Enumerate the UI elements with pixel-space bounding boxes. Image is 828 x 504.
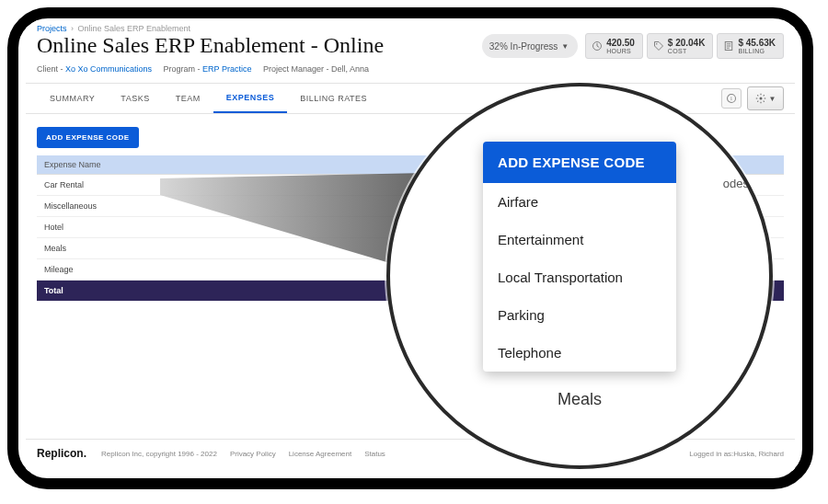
info-icon-button[interactable]: i [721, 88, 742, 109]
project-meta: Client - Xo Xo Communications Program - … [26, 59, 795, 84]
clock-icon [592, 40, 603, 52]
tab-summary[interactable]: SUMMARY [37, 85, 108, 112]
stat-cost-label: COST [668, 48, 707, 54]
expense-cell: Meals [37, 238, 261, 259]
footer-status-link[interactable]: Status [364, 450, 385, 458]
brand-logo: Replicon. [37, 447, 86, 460]
total-label: Total [37, 281, 261, 302]
footer-logged-in-user[interactable]: Huska, Richard [733, 450, 784, 458]
stat-hours-value: 420.50 [606, 38, 635, 48]
stat-cost-value: $ 20.04K [668, 38, 706, 48]
expense-code-dropdown: ADD EXPENSE CODE Airfare Entertainment L… [483, 142, 676, 372]
client-link[interactable]: Xo Xo Communications [65, 64, 152, 74]
breadcrumb-root[interactable]: Projects [37, 24, 67, 33]
tabs: SUMMARY TASKS TEAM EXPENSES BILLING RATE… [26, 84, 795, 114]
stat-billing-value: $ 45.63K [738, 38, 776, 48]
breadcrumb-separator: › [71, 24, 74, 33]
stat-hours-label: HOURS [606, 48, 637, 54]
footer-privacy-link[interactable]: Privacy Policy [230, 450, 276, 458]
progress-status-label: In-Progress [511, 41, 558, 52]
tab-expenses[interactable]: EXPENSES [213, 84, 288, 113]
zoom-callout: odes ADD EXPENSE CODE Airfare Entertainm… [386, 83, 773, 469]
tag-icon [653, 40, 664, 52]
stat-billing[interactable]: $ 45.63K BILLING [717, 33, 784, 59]
expense-cell: Hotel [37, 217, 261, 238]
tab-tasks[interactable]: TASKS [108, 85, 162, 112]
svg-point-1 [656, 43, 658, 45]
dropdown-item-airfare[interactable]: Airfare [483, 183, 676, 221]
caret-down-icon: ▼ [561, 42, 569, 51]
footer-license-link[interactable]: License Agreement [289, 450, 352, 458]
settings-gear-button[interactable]: ▼ [747, 86, 784, 110]
tab-billing-rates[interactable]: BILLING RATES [287, 85, 380, 112]
expense-cell: Miscellaneous [37, 196, 261, 217]
program-link[interactable]: ERP Practice [202, 64, 251, 74]
dropdown-item-telephone[interactable]: Telephone [483, 334, 676, 372]
stat-billing-label: BILLING [738, 48, 777, 54]
dropdown-header-button[interactable]: ADD EXPENSE CODE [483, 142, 676, 183]
breadcrumb: Projects › Online Sales ERP Enablement [26, 20, 795, 33]
progress-percent: 32% [489, 41, 508, 52]
footer-logged-in-label: Logged in as: [689, 450, 733, 458]
progress-chip[interactable]: 32% In-Progress ▼ [482, 34, 578, 58]
stat-cost[interactable]: $ 20.04K COST [647, 33, 714, 59]
dropdown-item-parking[interactable]: Parking [483, 296, 676, 334]
program-label: Program - [164, 64, 203, 74]
dropdown-item-entertainment[interactable]: Entertainment [483, 221, 676, 258]
pm-label: Project Manager - [263, 64, 331, 74]
expense-header-name[interactable]: Expense Name [37, 155, 261, 175]
dropdown-item-local-transportation[interactable]: Local Transportation [483, 258, 676, 296]
svg-point-5 [759, 97, 762, 100]
caret-down-icon: ▼ [769, 95, 776, 103]
footer: Replicon. Replicon Inc, copyright 1996 -… [26, 439, 795, 467]
zoom-bg-codes-text: odes [723, 177, 749, 190]
zoom-bg-list-item: Meals [558, 390, 602, 409]
add-expense-code-button[interactable]: ADD EXPENSE CODE [37, 127, 139, 148]
expense-cell: Car Rental [37, 175, 261, 196]
breadcrumb-current: Online Sales ERP Enablement [78, 24, 190, 33]
client-label: Client - [37, 64, 65, 74]
svg-text:i: i [730, 95, 732, 101]
page-title: Online Sales ERP Enablement - Online [37, 33, 482, 58]
tab-team[interactable]: TEAM [163, 85, 213, 112]
pm-name: Dell, Anna [331, 64, 369, 74]
expense-cell: Mileage [37, 259, 261, 281]
stat-hours[interactable]: 420.50 HOURS [585, 33, 643, 59]
invoice-icon [723, 40, 734, 52]
footer-copyright: Replicon Inc, copyright 1996 - 2022 [101, 450, 217, 458]
gear-icon [755, 93, 766, 104]
